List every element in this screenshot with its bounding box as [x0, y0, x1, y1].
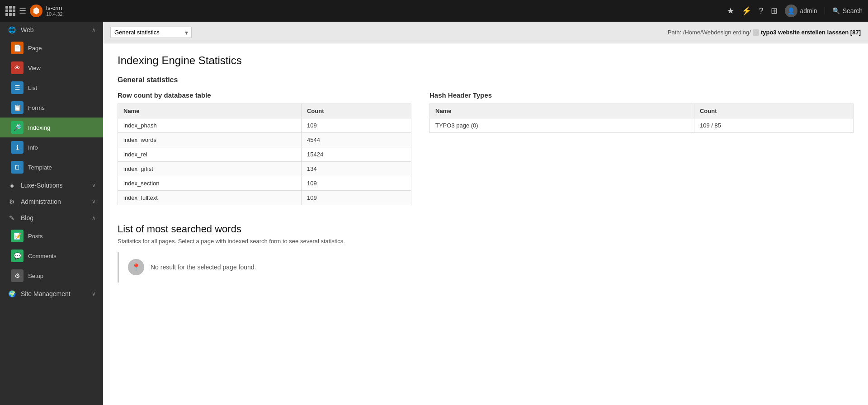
hash-header-heading: Hash Header Types — [429, 91, 854, 99]
blog-group-label: Blog — [21, 214, 33, 221]
sidebar-item-page-label: Page — [28, 45, 42, 52]
topbar-logo — [30, 5, 42, 17]
web-group-label: Web — [21, 26, 34, 33]
sidebar-group-blog[interactable]: ✎ Blog ∧ — [0, 210, 103, 226]
table-row: index_grlist134 — [118, 162, 411, 176]
table-row: index_phash109 — [118, 118, 411, 133]
info-icon: ℹ — [11, 141, 24, 154]
sidebar-item-forms[interactable]: 📋 Forms — [0, 98, 103, 118]
sidebar-item-setup-label: Setup — [28, 273, 43, 279]
subheader: General statistics Path: /Home/Webdesign… — [103, 22, 868, 43]
luxe-group-icon: ◈ — [7, 181, 16, 190]
row-count: 109 — [301, 176, 411, 191]
content-area: General statistics Path: /Home/Webdesign… — [103, 22, 868, 405]
row-count-section: Row count by database table Name Count i… — [118, 91, 411, 205]
sidebar-group-sitemgmt[interactable]: 🌍 Site Management ∨ — [0, 286, 103, 302]
sidebar-item-posts-label: Posts — [28, 233, 43, 240]
topbar-search[interactable]: 🔍 Search — [825, 7, 863, 14]
two-column-layout: Row count by database table Name Count i… — [118, 91, 854, 205]
section-title: General statistics — [118, 76, 854, 84]
no-result-text: No result for the selected page found. — [151, 264, 256, 271]
row-name: index_rel — [118, 147, 302, 162]
hash-header-table: Name Count TYPO3 page (0)109 / 85 — [429, 104, 854, 133]
template-icon: 🗒 — [11, 161, 24, 174]
sidebar-item-indexing[interactable]: 🔎 Indexing — [0, 118, 103, 137]
row-name: index_grlist — [118, 162, 302, 176]
chevron-up-icon-blog: ∧ — [92, 215, 96, 221]
sitemgmt-group-icon: 🌍 — [7, 289, 16, 298]
view-icon: 👁 — [11, 61, 24, 74]
sidebar-group-luxe[interactable]: ◈ Luxe-Solutions ∨ — [0, 177, 103, 193]
indexing-icon: 🔎 — [11, 121, 24, 134]
bolt-icon[interactable]: ⚡ — [741, 6, 751, 16]
posts-icon: 📝 — [11, 230, 24, 242]
row-count: 4544 — [301, 133, 411, 147]
main-layout: 🌐 Web ∧ 📄 Page 👁 View ☰ List 📋 Forms 🔎 I… — [0, 22, 868, 405]
grid-icon[interactable]: ⊞ — [771, 6, 778, 16]
admin-group-label: Administration — [21, 198, 61, 205]
topbar-left: ☰ ls-crm 10.4.32 — [5, 5, 63, 18]
row-count: 15424 — [301, 147, 411, 162]
table-row: index_rel15424 — [118, 147, 411, 162]
sidebar-item-info[interactable]: ℹ Info — [0, 137, 103, 157]
row-count-col-count: Count — [301, 104, 411, 118]
sidebar-item-list-label: List — [28, 85, 37, 91]
star-icon[interactable]: ★ — [727, 6, 734, 16]
sidebar-item-view[interactable]: 👁 View — [0, 58, 103, 78]
sidebar-item-page[interactable]: 📄 Page — [0, 38, 103, 58]
page-title: Indexing Engine Statistics — [118, 54, 854, 67]
breadcrumb-path: Path: /Home/Webdesign erding/ — [668, 29, 751, 36]
dropdown-wrapper[interactable]: General statistics — [110, 27, 192, 38]
row-name: index_fulltext — [118, 191, 302, 205]
table-row: index_fulltext109 — [118, 191, 411, 205]
comments-icon: 💬 — [11, 250, 24, 262]
topbar-user[interactable]: 👤 admin — [785, 5, 817, 17]
table-row: index_words4544 — [118, 133, 411, 147]
sidebar-group-admin[interactable]: ⚙ Administration ∨ — [0, 193, 103, 210]
hash-col-name: Name — [430, 104, 694, 118]
most-searched-desc: Statistics for all pages. Select a page … — [118, 238, 854, 245]
app-grid-icon[interactable] — [5, 6, 15, 16]
username-label: admin — [800, 7, 817, 14]
sidebar-item-posts[interactable]: 📝 Posts — [0, 226, 103, 246]
breadcrumb-current: typo3 website erstellen lasssen [87] — [761, 29, 861, 36]
sidebar-item-list[interactable]: ☰ List — [0, 78, 103, 98]
sidebar-item-comments[interactable]: 💬 Comments — [0, 246, 103, 266]
chevron-up-icon: ∧ — [92, 27, 96, 33]
sidebar-item-info-label: Info — [28, 144, 38, 151]
luxe-group-label: Luxe-Solutions — [21, 182, 63, 189]
chevron-down-icon-sitemgmt: ∨ — [92, 291, 96, 297]
row-count-col-name: Name — [118, 104, 302, 118]
row-count-table: Name Count index_phash109index_words4544… — [118, 104, 411, 205]
topbar-app-name: ls-crm 10.4.32 — [46, 5, 63, 18]
table-row: index_section109 — [118, 176, 411, 191]
hash-header-section: Hash Header Types Name Count TYPO3 page … — [429, 91, 854, 205]
view-select[interactable]: General statistics — [110, 27, 192, 38]
topbar-list-icon[interactable]: ☰ — [19, 6, 26, 16]
sidebar-item-view-label: View — [28, 65, 41, 71]
page-breadcrumb-icon — [753, 29, 759, 36]
sidebar-item-template[interactable]: 🗒 Template — [0, 157, 103, 177]
web-group-icon: 🌐 — [7, 25, 16, 34]
avatar: 👤 — [785, 5, 797, 17]
sidebar-group-web[interactable]: 🌐 Web ∧ — [0, 22, 103, 38]
admin-group-icon: ⚙ — [7, 197, 16, 206]
setup-icon: ⚙ — [11, 269, 24, 282]
sidebar: 🌐 Web ∧ 📄 Page 👁 View ☰ List 📋 Forms 🔎 I… — [0, 22, 103, 405]
sidebar-item-forms-label: Forms — [28, 104, 45, 111]
blog-group-icon: ✎ — [7, 213, 16, 222]
page-icon: 📄 — [11, 42, 24, 54]
sidebar-item-indexing-label: Indexing — [28, 124, 50, 131]
topbar-icons: ★ ⚡ ? ⊞ 👤 admin 🔍 Search — [727, 5, 863, 17]
most-searched-heading: List of most searched words — [118, 223, 854, 235]
row-name: index_section — [118, 176, 302, 191]
help-icon[interactable]: ? — [759, 6, 763, 16]
row-name: index_phash — [118, 118, 302, 133]
row-count: 134 — [301, 162, 411, 176]
forms-icon: 📋 — [11, 101, 24, 114]
sidebar-item-setup[interactable]: ⚙ Setup — [0, 266, 103, 286]
topbar: ☰ ls-crm 10.4.32 ★ ⚡ ? ⊞ 👤 admin 🔍 Searc… — [0, 0, 868, 22]
most-searched-section: List of most searched words Statistics f… — [118, 223, 854, 283]
row-count-heading: Row count by database table — [118, 91, 411, 99]
sidebar-item-comments-label: Comments — [28, 253, 57, 259]
